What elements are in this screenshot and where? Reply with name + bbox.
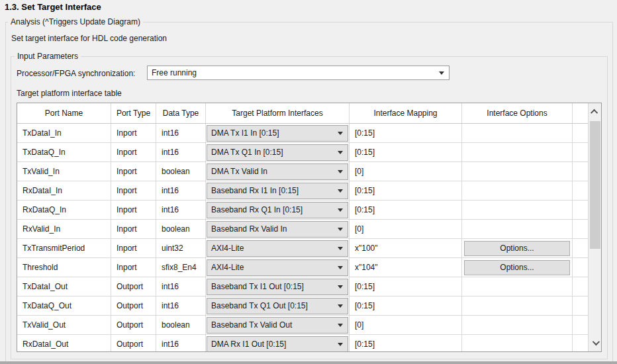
filler-cell — [573, 143, 587, 161]
interface-cell: DMA Rx I1 Out [0:15] — [206, 335, 350, 352]
table-row: ThresholdInportsfix8_En4AXI4-Litex"104"O… — [17, 258, 601, 277]
options-cell — [462, 316, 573, 334]
set-target-interface-panel: 1.3. Set Target Interface Analysis (^Tri… — [0, 0, 617, 364]
mapping-cell: x"104" — [350, 258, 462, 277]
scrollbar-thumb[interactable] — [590, 121, 600, 249]
data-type-cell: int16 — [156, 201, 206, 219]
interface-dropdown[interactable]: Baseband Rx Q1 In [0:15] — [207, 202, 348, 218]
interface-dropdown[interactable]: DMA Tx Valid In — [207, 163, 348, 180]
interface-dropdown-value: Baseband Rx Valid In — [207, 224, 338, 234]
interface-cell: Baseband Tx I1 Out [0:15] — [206, 277, 350, 296]
port-type-cell: Outport — [111, 277, 156, 296]
description-text: Set target interface for HDL code genera… — [11, 34, 167, 43]
port-type-cell: Inport — [111, 201, 156, 219]
interface-dropdown[interactable]: AXI4-Lite — [207, 259, 348, 276]
filler-cell — [573, 181, 587, 200]
filler-cell — [573, 220, 587, 238]
options-cell — [462, 277, 573, 296]
options-cell — [462, 220, 573, 238]
dropdown-arrow-icon — [338, 266, 343, 269]
dropdown-arrow-icon — [338, 151, 343, 154]
interface-dropdown[interactable]: DMA Tx I1 In [0:15] — [207, 125, 348, 142]
data-type-cell: int16 — [156, 277, 206, 296]
interface-table: Port Name Port Type Data Type Target Pla… — [17, 103, 602, 352]
filler-cell — [573, 162, 587, 181]
port-name-cell: RxDataI_Out — [17, 335, 111, 352]
dropdown-arrow-icon — [338, 324, 343, 327]
options-cell: Options... — [462, 258, 573, 277]
table-row: TxValid_InInportbooleanDMA Tx Valid In[0… — [17, 162, 601, 181]
table-row: RxDataI_InInportint16Baseband Rx I1 In [… — [17, 181, 601, 201]
options-cell — [462, 162, 573, 181]
table-row: RxValid_InInportbooleanBaseband Rx Valid… — [17, 220, 601, 239]
options-cell — [462, 181, 573, 200]
dropdown-arrow-icon — [338, 285, 343, 289]
interface-dropdown[interactable]: Baseband Rx Valid In — [207, 221, 348, 238]
port-name-cell: RxDataI_In — [17, 181, 111, 200]
interface-dropdown-value: Baseband Rx I1 In [0:15] — [207, 186, 338, 195]
dropdown-arrow-icon — [338, 132, 343, 135]
options-cell — [462, 124, 573, 142]
filler-cell — [573, 316, 587, 334]
mapping-cell: [0:15] — [350, 296, 462, 315]
interface-dropdown[interactable]: Baseband Tx Q1 Out [0:15] — [207, 298, 348, 314]
interface-dropdown-value: Baseband Rx Q1 In [0:15] — [207, 205, 338, 214]
port-type-cell: Inport — [111, 239, 156, 257]
interface-cell: Baseband Rx I1 In [0:15] — [206, 181, 350, 200]
interface-dropdown[interactable]: DMA Rx I1 Out [0:15] — [207, 336, 348, 353]
interface-cell: Baseband Tx Q1 Out [0:15] — [206, 296, 350, 315]
port-name-cell: TxDataQ_In — [17, 143, 111, 161]
port-type-cell: Outport — [111, 296, 156, 315]
header-data-type: Data Type — [156, 103, 206, 123]
scroll-up-icon — [591, 109, 598, 116]
table-header-row: Port Name Port Type Data Type Target Pla… — [17, 103, 601, 124]
interface-dropdown[interactable]: DMA Tx Q1 In [0:15] — [207, 144, 348, 161]
interface-dropdown[interactable]: AXI4-Lite — [207, 240, 348, 257]
port-name-cell: RxValid_In — [17, 220, 111, 238]
port-type-cell: Inport — [111, 258, 156, 277]
scroll-down-button[interactable] — [589, 334, 602, 351]
dropdown-arrow-icon — [338, 170, 343, 173]
interface-dropdown[interactable]: Baseband Tx Valid Out — [207, 317, 348, 334]
sync-dropdown[interactable]: Free running — [147, 66, 450, 80]
port-name-cell: TxDataI_Out — [17, 277, 111, 296]
dropdown-arrow-icon — [338, 228, 343, 231]
dropdown-arrow-icon — [338, 343, 343, 346]
table-row: TxDataQ_OutOutportint16Baseband Tx Q1 Ou… — [17, 296, 601, 316]
dropdown-arrow-icon — [338, 247, 343, 250]
table-row: RxDataI_OutOutportint16DMA Rx I1 Out [0:… — [17, 335, 601, 352]
data-type-cell: sfix8_En4 — [156, 258, 206, 277]
header-target-platform-interfaces: Target Platform Interfaces — [206, 103, 350, 123]
scroll-up-button[interactable] — [589, 103, 602, 120]
interface-dropdown[interactable]: Baseband Rx I1 In [0:15] — [207, 183, 348, 199]
port-type-cell: Outport — [111, 316, 156, 334]
port-name-cell: RxDataQ_In — [17, 201, 111, 219]
data-type-cell: boolean — [156, 220, 206, 238]
port-type-cell: Inport — [111, 124, 156, 142]
interface-dropdown[interactable]: Baseband Tx I1 Out [0:15] — [207, 279, 348, 295]
sync-dropdown-label: Processor/FPGA synchronization: — [17, 69, 135, 78]
header-port-type: Port Type — [111, 103, 156, 123]
interface-cell: DMA Tx Q1 In [0:15] — [206, 143, 350, 161]
mapping-cell: [0] — [350, 220, 462, 238]
options-button[interactable]: Options... — [464, 241, 570, 256]
interface-cell: AXI4-Lite — [206, 239, 350, 257]
interface-cell: AXI4-Lite — [206, 258, 350, 277]
dropdown-arrow-icon — [338, 208, 343, 212]
table-row: TxDataI_InInportint16DMA Tx I1 In [0:15]… — [17, 124, 601, 143]
analysis-group-label: Analysis (^Triggers Update Diagram) — [8, 17, 143, 26]
table-row: TxDataQ_InInportint16DMA Tx Q1 In [0:15]… — [17, 143, 601, 162]
scroll-down-icon — [593, 338, 600, 345]
dropdown-arrow-icon — [338, 189, 343, 193]
vertical-scrollbar[interactable] — [588, 103, 601, 351]
header-port-name: Port Name — [17, 103, 111, 123]
mapping-cell: [0:15] — [350, 124, 462, 142]
options-button[interactable]: Options... — [464, 260, 570, 275]
data-type-cell: boolean — [156, 316, 206, 334]
dropdown-arrow-icon — [439, 71, 444, 75]
port-name-cell: TxDataI_In — [17, 124, 111, 142]
table-rows: TxDataI_InInportint16DMA Tx I1 In [0:15]… — [17, 124, 601, 352]
filler-cell — [573, 258, 587, 277]
data-type-cell: int16 — [156, 335, 206, 352]
mapping-cell: [0:15] — [350, 181, 462, 200]
